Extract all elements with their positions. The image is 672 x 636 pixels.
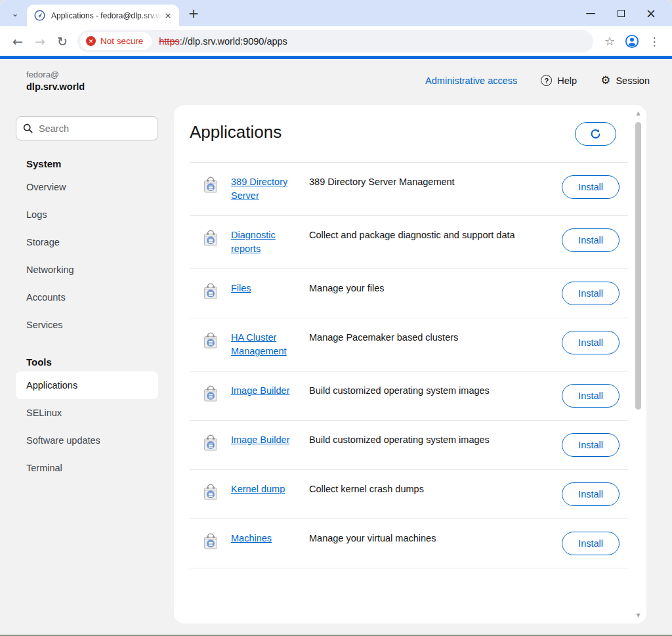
sidebar: System Overview Logs Storage Networking …: [0, 105, 174, 636]
app-link[interactable]: Machines: [231, 532, 297, 545]
sidebar-item-overview[interactable]: Overview: [16, 173, 158, 201]
back-button[interactable]: ←: [7, 30, 29, 53]
host-brand: fedora@ dlp.srv.world: [26, 70, 85, 92]
app-link[interactable]: Image Builder: [231, 384, 297, 398]
install-button[interactable]: Install: [562, 532, 620, 555]
sidebar-item-accounts[interactable]: Accounts: [16, 284, 158, 311]
scroll-up-icon[interactable]: ▲: [633, 110, 643, 116]
refresh-button[interactable]: [575, 122, 616, 146]
sidebar-search[interactable]: [16, 116, 158, 140]
search-input[interactable]: [39, 123, 151, 134]
address-bar[interactable]: ✕ Not secure https://dlp.srv.world:9090/…: [77, 30, 593, 53]
install-button[interactable]: Install: [562, 384, 620, 408]
sidebar-item-terminal[interactable]: Terminal: [16, 454, 158, 482]
window-controls: — ×: [576, 0, 672, 26]
sidebar-item-networking[interactable]: Networking: [16, 256, 158, 284]
install-button[interactable]: Install: [562, 331, 620, 354]
app-link[interactable]: Image Builder: [231, 433, 297, 447]
app-link[interactable]: 389 Directory Server: [231, 175, 297, 203]
new-tab-button[interactable]: +: [184, 4, 203, 22]
session-menu[interactable]: ⚙ Session: [600, 75, 650, 86]
help-label: Help: [557, 75, 577, 86]
app-bag-icon: [201, 434, 220, 452]
maximize-button[interactable]: [606, 0, 636, 26]
sidebar-item-services[interactable]: Services: [16, 311, 158, 339]
gear-icon: ⚙: [600, 75, 610, 86]
app-description: Collect kernel crash dumps: [309, 482, 562, 496]
browser-window: ⌄ Applications - fedora@dlp.srv.world × …: [0, 0, 672, 636]
sidebar-item-applications[interactable]: Applications: [16, 371, 158, 399]
install-button[interactable]: Install: [562, 175, 620, 199]
browser-menu-icon[interactable]: ⋮: [643, 30, 665, 53]
install-button[interactable]: Install: [562, 482, 620, 506]
app-row-image-builder: Image Builder Build customized operating…: [190, 371, 628, 421]
app-bag-icon: [201, 282, 220, 301]
maximize-icon: [618, 10, 625, 17]
logged-in-user: fedora@: [26, 70, 85, 79]
app-description: Manage your virtual machines: [309, 532, 562, 545]
page-title: Applications: [190, 122, 282, 142]
app-description: Manage your files: [309, 282, 562, 295]
install-button[interactable]: Install: [562, 433, 620, 457]
forward-button[interactable]: →: [29, 30, 51, 53]
browser-toolbar: ← → ↻ ✕ Not secure https://dlp.srv.world…: [0, 26, 672, 56]
url-scheme: https: [159, 36, 179, 47]
app-link[interactable]: Diagnostic reports: [231, 228, 297, 256]
not-secure-icon: ✕: [86, 36, 96, 46]
applications-panel: Applications 389 Directory Server 389 Di…: [174, 105, 646, 624]
profile-avatar-icon: [624, 33, 640, 49]
profile-button[interactable]: [621, 30, 643, 53]
app-description: Collect and package diagnostic and suppo…: [309, 228, 562, 242]
tab-search-button[interactable]: ⌄: [7, 5, 24, 22]
security-label: Not secure: [100, 36, 143, 46]
app-row-kernel-dump: Kernel dump Collect kernel crash dumps I…: [190, 470, 628, 519]
minimize-button[interactable]: —: [576, 0, 606, 26]
app-link[interactable]: Files: [231, 282, 297, 295]
sidebar-item-software-updates[interactable]: Software updates: [16, 427, 158, 454]
sidebar-item-logs[interactable]: Logs: [16, 201, 158, 228]
install-button[interactable]: Install: [562, 228, 620, 252]
sidebar-item-storage[interactable]: Storage: [16, 228, 158, 256]
session-label: Session: [616, 75, 650, 86]
scroll-down-icon[interactable]: ▼: [633, 612, 643, 618]
app-description: Build customized operating system images: [309, 384, 562, 398]
sidebar-section-tools: Tools: [16, 356, 158, 371]
sidebar-section-system: System: [16, 158, 158, 173]
app-row-image-builder-2: Image Builder Build customized operating…: [190, 421, 628, 470]
help-icon: ?: [541, 75, 552, 86]
card-header: Applications: [174, 105, 646, 146]
app-bag-icon: [201, 385, 220, 403]
bookmark-star-icon[interactable]: ☆: [598, 30, 621, 53]
url-rest: ://dlp.srv.world:9090/apps: [180, 36, 287, 47]
app-link[interactable]: HA Cluster Management: [231, 331, 297, 358]
app-description: 389 Directory Server Management: [309, 175, 562, 189]
host-name: dlp.srv.world: [26, 81, 85, 92]
refresh-icon: [590, 129, 601, 140]
tab-title: Applications - fedora@dlp.srv.world: [51, 11, 162, 20]
app-row-diagnostic-reports: Diagnostic reports Collect and package d…: [190, 216, 628, 269]
reload-button[interactable]: ↻: [51, 30, 74, 53]
app-bag-icon: [201, 176, 220, 194]
app-description: Build customized operating system images: [309, 433, 562, 447]
url-text: https://dlp.srv.world:9090/apps: [159, 36, 287, 47]
install-button[interactable]: Install: [562, 282, 620, 305]
scrollbar-thumb[interactable]: [635, 122, 641, 410]
sidebar-item-selinux[interactable]: SELinux: [16, 399, 158, 427]
app-row-389-directory-server: 389 Directory Server 389 Directory Serve…: [190, 163, 628, 216]
browser-tab[interactable]: Applications - fedora@dlp.srv.world ×: [27, 5, 179, 26]
cockpit-page: fedora@ dlp.srv.world Administrative acc…: [0, 56, 672, 636]
app-description: Manage Pacemaker based clusters: [309, 331, 562, 345]
app-bag-icon: [201, 483, 220, 501]
security-badge[interactable]: ✕ Not secure: [80, 32, 152, 50]
app-link[interactable]: Kernel dump: [231, 482, 297, 496]
close-button[interactable]: ×: [636, 0, 666, 26]
app-bag-icon: [201, 229, 220, 247]
tab-strip: ⌄ Applications - fedora@dlp.srv.world × …: [0, 0, 672, 26]
help-menu[interactable]: ? Help: [541, 75, 577, 86]
administrative-access-link[interactable]: Administrative access: [425, 75, 517, 86]
search-icon: [23, 123, 33, 133]
app-bag-icon: [201, 532, 220, 551]
app-row-files: Files Manage your files Install: [190, 269, 628, 318]
app-row-ha-cluster-management: HA Cluster Management Manage Pacemaker b…: [190, 318, 628, 371]
tab-close-icon[interactable]: ×: [162, 10, 174, 22]
